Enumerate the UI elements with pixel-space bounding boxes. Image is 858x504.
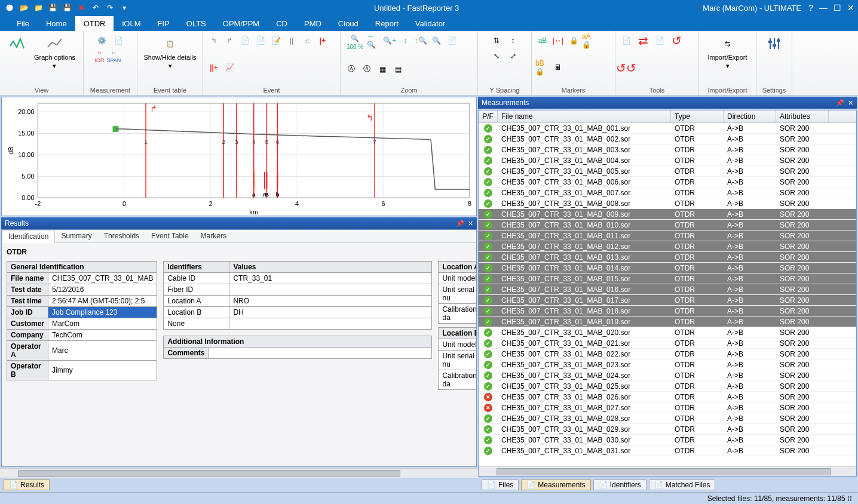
saveall-icon[interactable]: 💾	[61, 2, 73, 14]
event-doc-pen-icon[interactable]: 📝	[269, 33, 283, 48]
results-hscroll[interactable]	[0, 468, 478, 478]
event-arrow-right-icon[interactable]: ↱	[222, 33, 237, 48]
measurement-row[interactable]: ✓CHE35_007_CTR_33_01_MAB_007.sorOTDRA->B…	[479, 188, 856, 198]
measurement-row[interactable]: ✓CHE35_007_CTR_33_01_MAB_023.sorOTDRA->B…	[479, 359, 856, 370]
markers-split-icon[interactable]: |↔|	[551, 33, 565, 48]
menu-tab-cd[interactable]: CD	[268, 16, 296, 31]
menu-tab-fip[interactable]: FIP	[149, 16, 178, 31]
menu-tab-iolm[interactable]: iOLM	[114, 16, 149, 31]
menu-tab-report[interactable]: Report	[367, 16, 407, 31]
measurement-row[interactable]: ✓CHE35_007_CTR_33_01_MAB_015.sorOTDRA->B…	[479, 273, 856, 284]
tools-doc-icon[interactable]: 📄	[619, 33, 633, 48]
measurement-row[interactable]: ✓CHE35_007_CTR_33_01_MAB_030.sorOTDRA->B…	[479, 435, 856, 445]
measurement-row[interactable]: ✕CHE35_007_CTR_33_01_MAB_027.sorOTDRA->B…	[479, 402, 856, 413]
event-split-icon[interactable]: ⎌	[300, 33, 314, 48]
yspacing-inc-icon[interactable]: ⇅	[489, 33, 504, 48]
measurement-row[interactable]: ✓CHE35_007_CTR_33_01_MAB_025.sorOTDRA->B…	[479, 381, 856, 392]
measurement-row[interactable]: ✓CHE35_007_CTR_33_01_MAB_029.sorOTDRA->B…	[479, 424, 856, 435]
measurement-row[interactable]: ✓CHE35_007_CTR_33_01_MAB_022.sorOTDRA->B…	[479, 349, 856, 359]
event-add-red-icon[interactable]: |+	[315, 33, 330, 48]
measurements-hscroll[interactable]	[479, 466, 856, 476]
results-tab-markers[interactable]: Markers	[195, 230, 232, 242]
zoom-table-icon[interactable]: ▤	[391, 62, 405, 76]
resize-grip-icon[interactable]: ⁞⁞	[847, 494, 852, 503]
app-icon[interactable]	[4, 2, 16, 14]
menu-tab-file[interactable]: File	[8, 16, 38, 31]
measurement-row[interactable]: ✓CHE35_007_CTR_33_01_MAB_005.sorOTDRA->B…	[479, 166, 856, 177]
yspacing-default-icon[interactable]: ⤡	[489, 49, 504, 63]
measurement-row[interactable]: ✓CHE35_007_CTR_33_01_MAB_011.sorOTDRA->B…	[479, 231, 856, 241]
meas-bottom-tab-files[interactable]: 📄Files	[482, 480, 519, 490]
measurement-row[interactable]: ✓CHE35_007_CTR_33_01_MAB_010.sorOTDRA->B…	[479, 220, 856, 231]
measurement-row[interactable]: ✓CHE35_007_CTR_33_01_MAB_009.sorOTDRA->B…	[479, 209, 856, 220]
measurement-row[interactable]: ✓CHE35_007_CTR_33_01_MAB_003.sorOTDRA->B…	[479, 145, 856, 155]
measurement-row[interactable]: ✓CHE35_007_CTR_33_01_MAB_031.sorOTDRA->B…	[479, 445, 856, 456]
close-panel-icon[interactable]: ✕	[848, 99, 853, 107]
results-tab-event-table[interactable]: Event Table	[145, 230, 195, 242]
measurement-row[interactable]: ✓CHE35_007_CTR_33_01_MAB_020.sorOTDRA->B…	[479, 327, 856, 338]
event-chart-icon[interactable]: 📈	[222, 60, 237, 75]
zoom-vert-icon[interactable]: ↕	[398, 33, 412, 48]
view-select-button[interactable]	[5, 33, 28, 54]
tools-undo-icon[interactable]: ↺	[669, 33, 684, 48]
results-tab-summary[interactable]: Summary	[55, 230, 97, 242]
event-addall-red-icon[interactable]: ||+	[207, 60, 221, 75]
measurement-row[interactable]: ✓CHE35_007_CTR_33_01_MAB_002.sorOTDRA->B…	[479, 134, 856, 145]
pin-icon[interactable]: 📌	[456, 220, 464, 228]
yspacing-auto-icon[interactable]: ⤢	[506, 49, 520, 63]
zoom-file-icon[interactable]: 📄	[445, 33, 459, 48]
meas-bottom-tab-identifiers[interactable]: 📄Identifiers	[593, 480, 646, 490]
zoom-a2-icon[interactable]: Ⓐ	[360, 62, 374, 76]
span-button[interactable]: ↔SPAN	[107, 49, 121, 63]
menu-tab-olts[interactable]: OLTS	[178, 16, 214, 31]
tools-swap-icon[interactable]: ⇄	[636, 33, 650, 48]
settings-button[interactable]	[763, 33, 786, 54]
import-export-button[interactable]: ⇆Import/Export▾	[705, 33, 749, 71]
event-doc-red-icon[interactable]: 📄	[238, 33, 252, 48]
measurement-gear-icon[interactable]: ⚙️	[95, 33, 109, 48]
event-arrow-left-icon[interactable]: ↰	[207, 33, 221, 48]
minimize-icon[interactable]: —	[819, 3, 828, 13]
markers-bb-icon[interactable]: bB🔒	[535, 60, 550, 75]
markers-calc-icon[interactable]: 🖩	[551, 60, 565, 75]
tools-undoall-icon[interactable]: ↺↺	[619, 61, 633, 75]
tools-file-icon[interactable]: 📄	[652, 33, 667, 48]
measurement-row[interactable]: ✓CHE35_007_CTR_33_01_MAB_013.sorOTDRA->B…	[479, 252, 856, 263]
measurements-grid[interactable]: ✓CHE35_007_CTR_33_01_MAB_001.sorOTDRA->B…	[479, 123, 856, 466]
meas-bottom-tab-matched-files[interactable]: 📄Matched Files	[649, 480, 716, 490]
help-icon[interactable]: ?	[808, 3, 813, 13]
event-doc-icon[interactable]: 📄	[253, 33, 268, 48]
measurement-doc-icon[interactable]: 📄	[112, 33, 126, 48]
measurement-row[interactable]: ✓CHE35_007_CTR_33_01_MAB_024.sorOTDRA->B…	[479, 370, 856, 381]
zoom-grid-icon[interactable]: ▦	[375, 62, 390, 76]
closewin-icon[interactable]: ✕	[847, 3, 854, 13]
show-hide-details-button[interactable]: 📋Show/Hide details▾	[141, 33, 198, 71]
zoom-100-button[interactable]: 🔍100 %	[344, 33, 366, 51]
measurement-row[interactable]: ✓CHE35_007_CTR_33_01_MAB_014.sorOTDRA->B…	[479, 263, 856, 273]
otdr-chart[interactable]: 0.005.0010.0015.0020.00-202468dBkm123456…	[1, 97, 477, 216]
markers-lock-icon[interactable]: 🔒	[566, 33, 581, 48]
graph-options-button[interactable]: Graph options▾	[32, 33, 78, 71]
open-icon[interactable]: 📂	[18, 2, 30, 14]
folder-icon[interactable]: 📁	[32, 2, 44, 14]
pin-icon[interactable]: 📌	[836, 99, 844, 107]
results-tab-thresholds[interactable]: Thresholds	[98, 230, 145, 242]
measurement-row[interactable]: ✓CHE35_007_CTR_33_01_MAB_018.sorOTDRA->B…	[479, 306, 856, 316]
menu-tab-otdr[interactable]: OTDR	[75, 16, 114, 31]
zoom-span-icon[interactable]: ↕🔍	[413, 33, 428, 48]
markers-ab-icon[interactable]: aB	[535, 33, 550, 48]
markers-aa-icon[interactable]: aA🔒	[582, 33, 596, 48]
zoom-in-icon[interactable]: 🔍+	[382, 33, 397, 48]
bottom-tab-results[interactable]: 📄Results	[4, 480, 50, 490]
measurement-row[interactable]: ✓CHE35_007_CTR_33_01_MAB_019.sorOTDRA->B…	[479, 316, 856, 327]
menu-tab-pmd[interactable]: PMD	[296, 16, 330, 31]
measurement-row[interactable]: ✓CHE35_007_CTR_33_01_MAB_006.sorOTDRA->B…	[479, 177, 856, 188]
measurement-row[interactable]: ✓CHE35_007_CTR_33_01_MAB_017.sorOTDRA->B…	[479, 295, 856, 306]
undo-icon[interactable]: ↶	[90, 2, 102, 14]
event-merge-icon[interactable]: ||	[284, 33, 299, 48]
redo-icon[interactable]: ↷	[104, 2, 116, 14]
measurement-row[interactable]: ✕CHE35_007_CTR_33_01_MAB_026.sorOTDRA->B…	[479, 392, 856, 402]
more-icon[interactable]: ▾	[118, 2, 130, 14]
menu-tab-opm/ppm[interactable]: OPM/PPM	[214, 16, 268, 31]
zoom-horiz-icon[interactable]: ↔🔍	[367, 33, 381, 48]
